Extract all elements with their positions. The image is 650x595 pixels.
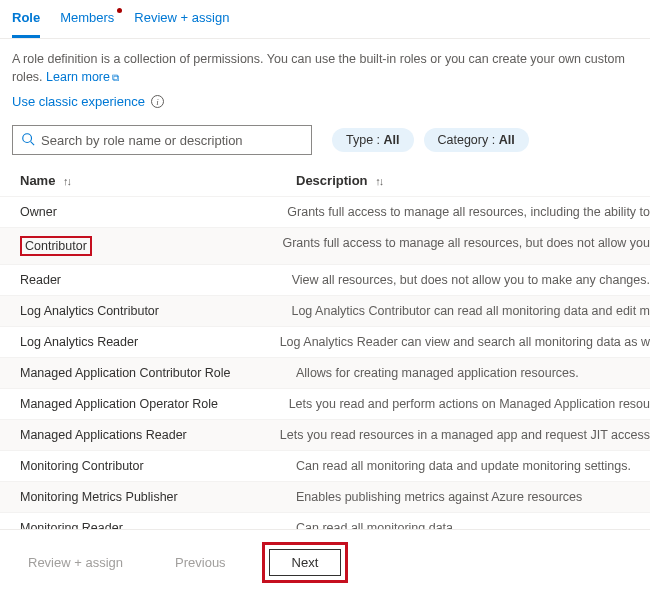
table-body: OwnerGrants full access to manage all re… — [0, 196, 650, 574]
role-name-cell: Log Analytics Reader — [20, 335, 280, 349]
tab-role[interactable]: Role — [12, 10, 40, 38]
search-box[interactable] — [12, 125, 312, 155]
filter-pills: Type : All Category : All — [332, 128, 529, 152]
role-name-cell: Managed Application Operator Role — [20, 397, 289, 411]
search-icon — [21, 132, 35, 149]
search-input[interactable] — [41, 133, 303, 148]
role-description-cell: View all resources, but does not allow y… — [292, 273, 650, 287]
role-name-cell: Reader — [20, 273, 292, 287]
column-header-name[interactable]: Name ↑↓ — [20, 173, 296, 188]
table-row[interactable]: Managed Application Contributor RoleAllo… — [0, 357, 650, 388]
column-header-description[interactable]: Description ↑↓ — [296, 173, 650, 188]
previous-button[interactable]: Previous — [159, 549, 242, 576]
table-row[interactable]: ReaderView all resources, but does not a… — [0, 264, 650, 295]
highlight-box: Contributor — [20, 236, 92, 256]
sort-icon: ↑↓ — [375, 175, 382, 187]
role-description-cell: Can read all monitoring data and update … — [296, 459, 650, 473]
tab-members-label: Members — [60, 10, 114, 25]
role-description-cell: Log Analytics Contributor can read all m… — [291, 304, 650, 318]
use-classic-experience-link[interactable]: Use classic experience i — [0, 90, 650, 121]
type-filter-pill[interactable]: Type : All — [332, 128, 414, 152]
svg-point-0 — [23, 133, 32, 142]
role-name-cell: Monitoring Contributor — [20, 459, 296, 473]
notification-dot-icon — [117, 8, 122, 13]
controls-row: Type : All Category : All — [0, 121, 650, 165]
table-row[interactable]: Managed Application Operator RoleLets yo… — [0, 388, 650, 419]
roles-table: Name ↑↓ Description ↑↓ OwnerGrants full … — [0, 165, 650, 574]
table-row[interactable]: ContributorGrants full access to manage … — [0, 227, 650, 264]
role-description-cell: Lets you read resources in a managed app… — [280, 428, 650, 442]
sort-icon: ↑↓ — [63, 175, 70, 187]
role-description-cell: Log Analytics Reader can view and search… — [280, 335, 650, 349]
tab-members[interactable]: Members — [60, 10, 114, 38]
category-filter-pill[interactable]: Category : All — [424, 128, 529, 152]
table-row[interactable]: Monitoring Metrics PublisherEnables publ… — [0, 481, 650, 512]
next-button-highlight: Next — [262, 542, 349, 583]
description-block: A role definition is a collection of per… — [0, 39, 650, 90]
learn-more-link[interactable]: Learn more⧉ — [46, 70, 119, 84]
review-assign-button[interactable]: Review + assign — [12, 549, 139, 576]
role-description-cell: Grants full access to manage all resourc… — [287, 205, 650, 219]
svg-line-1 — [31, 141, 35, 145]
table-row[interactable]: Log Analytics ContributorLog Analytics C… — [0, 295, 650, 326]
role-description-cell: Enables publishing metrics against Azure… — [296, 490, 650, 504]
table-row[interactable]: Log Analytics ReaderLog Analytics Reader… — [0, 326, 650, 357]
role-name-cell: Log Analytics Contributor — [20, 304, 291, 318]
footer: Review + assign Previous Next — [0, 529, 650, 595]
next-button[interactable]: Next — [269, 549, 342, 576]
info-icon: i — [151, 95, 164, 108]
role-name-cell: Contributor — [20, 236, 282, 256]
classic-link-label: Use classic experience — [12, 94, 145, 109]
role-name-cell: Monitoring Metrics Publisher — [20, 490, 296, 504]
role-description-cell: Grants full access to manage all resourc… — [282, 236, 650, 256]
table-row[interactable]: Managed Applications ReaderLets you read… — [0, 419, 650, 450]
table-row[interactable]: OwnerGrants full access to manage all re… — [0, 196, 650, 227]
external-link-icon: ⧉ — [112, 72, 119, 83]
role-name-cell: Managed Applications Reader — [20, 428, 280, 442]
role-name-cell: Owner — [20, 205, 287, 219]
table-header: Name ↑↓ Description ↑↓ — [0, 165, 650, 196]
role-description-cell: Allows for creating managed application … — [296, 366, 650, 380]
role-description-cell: Lets you read and perform actions on Man… — [289, 397, 650, 411]
tab-review-assign[interactable]: Review + assign — [134, 10, 229, 38]
table-row[interactable]: Monitoring ContributorCan read all monit… — [0, 450, 650, 481]
role-name-cell: Managed Application Contributor Role — [20, 366, 296, 380]
tab-bar: Role Members Review + assign — [0, 0, 650, 39]
